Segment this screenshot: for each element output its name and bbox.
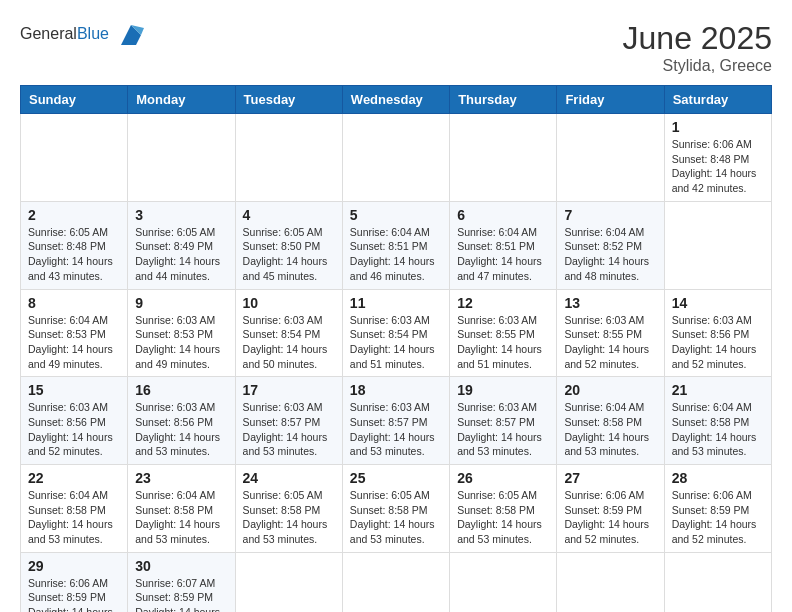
calendar-cell: 16Sunrise: 6:03 AMSunset: 8:56 PMDayligh… (128, 377, 235, 465)
day-number: 23 (135, 470, 227, 486)
day-info: Sunrise: 6:06 AMSunset: 8:48 PMDaylight:… (672, 138, 757, 194)
day-info: Sunrise: 6:03 AMSunset: 8:56 PMDaylight:… (135, 401, 220, 457)
calendar-week-3: 8Sunrise: 6:04 AMSunset: 8:53 PMDaylight… (21, 289, 772, 377)
day-number: 8 (28, 295, 120, 311)
day-number: 13 (564, 295, 656, 311)
calendar-cell: 8Sunrise: 6:04 AMSunset: 8:53 PMDaylight… (21, 289, 128, 377)
title-block: June 2025 Stylida, Greece (623, 20, 772, 75)
day-info: Sunrise: 6:03 AMSunset: 8:54 PMDaylight:… (243, 314, 328, 370)
calendar-cell (664, 201, 771, 289)
calendar-cell: 11Sunrise: 6:03 AMSunset: 8:54 PMDayligh… (342, 289, 449, 377)
calendar-cell: 4Sunrise: 6:05 AMSunset: 8:50 PMDaylight… (235, 201, 342, 289)
calendar-cell: 19Sunrise: 6:03 AMSunset: 8:57 PMDayligh… (450, 377, 557, 465)
day-info: Sunrise: 6:06 AMSunset: 8:59 PMDaylight:… (564, 489, 649, 545)
day-info: Sunrise: 6:04 AMSunset: 8:52 PMDaylight:… (564, 226, 649, 282)
day-number: 11 (350, 295, 442, 311)
calendar-cell: 10Sunrise: 6:03 AMSunset: 8:54 PMDayligh… (235, 289, 342, 377)
day-number: 3 (135, 207, 227, 223)
day-info: Sunrise: 6:05 AMSunset: 8:58 PMDaylight:… (350, 489, 435, 545)
day-number: 19 (457, 382, 549, 398)
calendar-cell: 9Sunrise: 6:03 AMSunset: 8:53 PMDaylight… (128, 289, 235, 377)
day-header-saturday: Saturday (664, 86, 771, 114)
day-number: 20 (564, 382, 656, 398)
day-number: 2 (28, 207, 120, 223)
day-number: 24 (243, 470, 335, 486)
calendar-cell (557, 114, 664, 202)
day-number: 30 (135, 558, 227, 574)
day-info: Sunrise: 6:03 AMSunset: 8:53 PMDaylight:… (135, 314, 220, 370)
day-info: Sunrise: 6:03 AMSunset: 8:56 PMDaylight:… (672, 314, 757, 370)
calendar-cell: 3Sunrise: 6:05 AMSunset: 8:49 PMDaylight… (128, 201, 235, 289)
calendar-cell: 30Sunrise: 6:07 AMSunset: 8:59 PMDayligh… (128, 552, 235, 612)
day-info: Sunrise: 6:03 AMSunset: 8:54 PMDaylight:… (350, 314, 435, 370)
calendar-table: SundayMondayTuesdayWednesdayThursdayFrid… (20, 85, 772, 612)
page-header: GeneralBlue June 2025 Stylida, Greece (20, 20, 772, 75)
calendar-cell (235, 552, 342, 612)
calendar-cell: 29Sunrise: 6:06 AMSunset: 8:59 PMDayligh… (21, 552, 128, 612)
calendar-cell (342, 552, 449, 612)
logo-general-text: General (20, 25, 77, 42)
day-info: Sunrise: 6:04 AMSunset: 8:51 PMDaylight:… (350, 226, 435, 282)
day-header-thursday: Thursday (450, 86, 557, 114)
calendar-cell: 7Sunrise: 6:04 AMSunset: 8:52 PMDaylight… (557, 201, 664, 289)
logo-icon (116, 20, 146, 50)
calendar-cell: 22Sunrise: 6:04 AMSunset: 8:58 PMDayligh… (21, 465, 128, 553)
day-info: Sunrise: 6:03 AMSunset: 8:55 PMDaylight:… (457, 314, 542, 370)
day-info: Sunrise: 6:03 AMSunset: 8:57 PMDaylight:… (457, 401, 542, 457)
day-info: Sunrise: 6:07 AMSunset: 8:59 PMDaylight:… (135, 577, 220, 612)
day-info: Sunrise: 6:03 AMSunset: 8:57 PMDaylight:… (350, 401, 435, 457)
day-info: Sunrise: 6:06 AMSunset: 8:59 PMDaylight:… (28, 577, 113, 612)
calendar-cell (21, 114, 128, 202)
day-number: 15 (28, 382, 120, 398)
calendar-cell: 12Sunrise: 6:03 AMSunset: 8:55 PMDayligh… (450, 289, 557, 377)
day-info: Sunrise: 6:05 AMSunset: 8:50 PMDaylight:… (243, 226, 328, 282)
day-number: 1 (672, 119, 764, 135)
month-year: June 2025 (623, 20, 772, 57)
calendar-week-6: 29Sunrise: 6:06 AMSunset: 8:59 PMDayligh… (21, 552, 772, 612)
calendar-week-2: 2Sunrise: 6:05 AMSunset: 8:48 PMDaylight… (21, 201, 772, 289)
day-header-sunday: Sunday (21, 86, 128, 114)
location: Stylida, Greece (623, 57, 772, 75)
calendar-week-4: 15Sunrise: 6:03 AMSunset: 8:56 PMDayligh… (21, 377, 772, 465)
day-number: 9 (135, 295, 227, 311)
calendar-cell: 21Sunrise: 6:04 AMSunset: 8:58 PMDayligh… (664, 377, 771, 465)
calendar-cell: 18Sunrise: 6:03 AMSunset: 8:57 PMDayligh… (342, 377, 449, 465)
day-number: 29 (28, 558, 120, 574)
day-number: 7 (564, 207, 656, 223)
day-info: Sunrise: 6:05 AMSunset: 8:49 PMDaylight:… (135, 226, 220, 282)
day-number: 17 (243, 382, 335, 398)
calendar-cell: 26Sunrise: 6:05 AMSunset: 8:58 PMDayligh… (450, 465, 557, 553)
day-number: 12 (457, 295, 549, 311)
calendar-cell: 24Sunrise: 6:05 AMSunset: 8:58 PMDayligh… (235, 465, 342, 553)
day-info: Sunrise: 6:04 AMSunset: 8:53 PMDaylight:… (28, 314, 113, 370)
calendar-cell: 6Sunrise: 6:04 AMSunset: 8:51 PMDaylight… (450, 201, 557, 289)
day-number: 5 (350, 207, 442, 223)
calendar-cell: 20Sunrise: 6:04 AMSunset: 8:58 PMDayligh… (557, 377, 664, 465)
calendar-cell: 17Sunrise: 6:03 AMSunset: 8:57 PMDayligh… (235, 377, 342, 465)
calendar-cell (450, 114, 557, 202)
calendar-header-row: SundayMondayTuesdayWednesdayThursdayFrid… (21, 86, 772, 114)
calendar-week-5: 22Sunrise: 6:04 AMSunset: 8:58 PMDayligh… (21, 465, 772, 553)
logo: GeneralBlue (20, 20, 146, 50)
calendar-cell: 1Sunrise: 6:06 AMSunset: 8:48 PMDaylight… (664, 114, 771, 202)
day-info: Sunrise: 6:04 AMSunset: 8:51 PMDaylight:… (457, 226, 542, 282)
day-info: Sunrise: 6:05 AMSunset: 8:48 PMDaylight:… (28, 226, 113, 282)
day-number: 21 (672, 382, 764, 398)
calendar-cell: 28Sunrise: 6:06 AMSunset: 8:59 PMDayligh… (664, 465, 771, 553)
calendar-cell: 2Sunrise: 6:05 AMSunset: 8:48 PMDaylight… (21, 201, 128, 289)
day-info: Sunrise: 6:05 AMSunset: 8:58 PMDaylight:… (457, 489, 542, 545)
calendar-cell: 25Sunrise: 6:05 AMSunset: 8:58 PMDayligh… (342, 465, 449, 553)
calendar-cell: 14Sunrise: 6:03 AMSunset: 8:56 PMDayligh… (664, 289, 771, 377)
calendar-cell: 27Sunrise: 6:06 AMSunset: 8:59 PMDayligh… (557, 465, 664, 553)
day-number: 22 (28, 470, 120, 486)
day-number: 18 (350, 382, 442, 398)
calendar-cell: 15Sunrise: 6:03 AMSunset: 8:56 PMDayligh… (21, 377, 128, 465)
calendar-cell (557, 552, 664, 612)
day-number: 25 (350, 470, 442, 486)
day-number: 14 (672, 295, 764, 311)
day-info: Sunrise: 6:03 AMSunset: 8:56 PMDaylight:… (28, 401, 113, 457)
calendar-week-1: 1Sunrise: 6:06 AMSunset: 8:48 PMDaylight… (21, 114, 772, 202)
day-info: Sunrise: 6:04 AMSunset: 8:58 PMDaylight:… (672, 401, 757, 457)
day-info: Sunrise: 6:04 AMSunset: 8:58 PMDaylight:… (28, 489, 113, 545)
calendar-cell (450, 552, 557, 612)
